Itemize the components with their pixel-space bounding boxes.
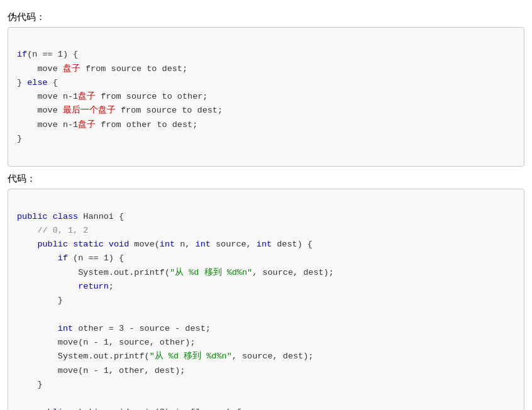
jl-2: // 0, 1, 2: [17, 226, 88, 235]
ps-line-6: move n-1盘子 from other to dest;: [17, 120, 197, 130]
ps-line-2: move 盘子 from source to dest;: [17, 64, 187, 74]
jl-1: public class Hannoi {: [17, 212, 124, 221]
jl-9: int other = 3 - source - dest;: [17, 324, 211, 333]
jl-13: }: [17, 380, 43, 389]
jl-3: public static void move(int n, int sourc…: [17, 240, 313, 249]
pseudocode-label: 伪代码：: [8, 11, 524, 23]
jl-6: return;: [17, 282, 114, 291]
ps-line-7: }: [17, 134, 22, 143]
code-label: 代码：: [8, 173, 524, 185]
pseudocode-section: 伪代码： if(n == 1) { move 盘子 from source to…: [8, 11, 524, 167]
jl-4: if (n == 1) {: [17, 253, 124, 263]
ps-line-4: move n-1盘子 from source to other;: [17, 92, 208, 101]
jl-12: move(n - 1, other, dest);: [17, 366, 185, 375]
jl-11: System.out.printf("从 %d 移到 %d%n", source…: [17, 352, 313, 361]
java-code-block: public class Hannoi { // 0, 1, 2 public …: [8, 189, 524, 410]
jl-7: }: [17, 296, 63, 305]
ps-line-5: move 最后一个盘子 from source to dest;: [17, 106, 223, 115]
jl-15: public static void main(String[] args) {: [17, 407, 241, 410]
jl-5: System.out.printf("从 %d 移到 %d%n", source…: [17, 268, 334, 277]
jl-10: move(n - 1, source, other);: [17, 338, 196, 347]
ps-line-3: } else {: [17, 78, 58, 87]
code-section: 代码： public class Hannoi { // 0, 1, 2 pub…: [8, 173, 524, 410]
ps-line-1: if(n == 1) {: [17, 50, 78, 59]
pseudocode-block: if(n == 1) { move 盘子 from source to dest…: [8, 27, 524, 167]
